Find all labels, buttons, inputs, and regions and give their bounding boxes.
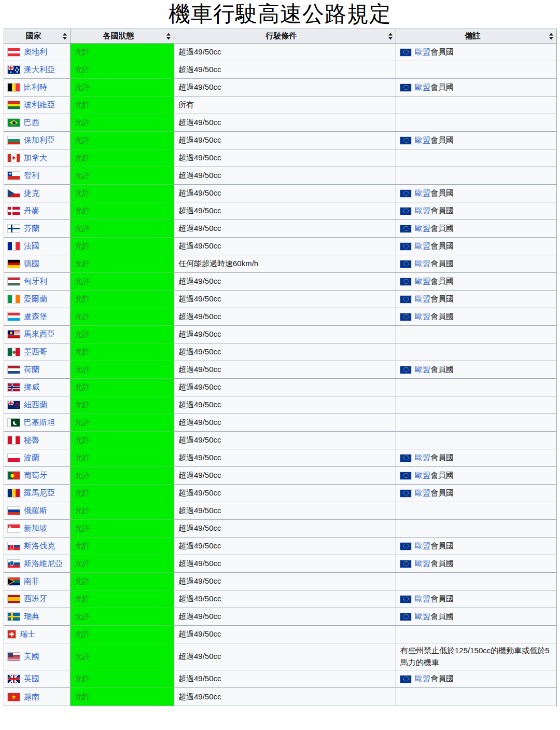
country-link[interactable]: 奧地利 [24, 46, 47, 58]
eu-link[interactable]: 歐盟 [415, 240, 430, 252]
country-link[interactable]: 芬蘭 [24, 223, 39, 235]
eu-link[interactable]: 歐盟 [415, 134, 430, 146]
country-link[interactable]: 新加坡 [24, 522, 47, 534]
column-header-country[interactable]: 國家 [4, 29, 71, 44]
status-label: 允許 [75, 629, 90, 638]
flag-usa-icon [8, 653, 20, 660]
eu-link[interactable]: 歐盟 [415, 46, 430, 58]
eu-link[interactable]: 歐盟 [415, 205, 430, 217]
country-link[interactable]: 盧森堡 [24, 311, 47, 323]
country-cell: 澳大利亞 [4, 61, 71, 79]
country-link[interactable]: 比利時 [24, 81, 47, 93]
country-link[interactable]: 墨西哥 [24, 346, 47, 358]
country-link[interactable]: 匈牙利 [24, 276, 47, 287]
country-link[interactable]: 斯洛伐克 [24, 540, 55, 552]
status-cell: 允許 [71, 688, 174, 706]
country-cell: 捷克 [4, 185, 71, 202]
eu-link[interactable]: 歐盟 [415, 540, 430, 552]
column-header-condition[interactable]: 行駛條件 [174, 29, 396, 44]
country-link[interactable]: 羅馬尼亞 [24, 487, 55, 499]
country-link[interactable]: 俄羅斯 [24, 505, 47, 517]
flag-vietnam-icon [8, 693, 20, 701]
eu-link[interactable]: 歐盟 [415, 364, 430, 376]
sort-icon[interactable] [549, 33, 554, 39]
country-link[interactable]: 美國 [24, 651, 39, 663]
country-link[interactable]: 斯洛維尼亞 [24, 558, 63, 570]
eu-member-suffix: 會員國 [430, 81, 454, 93]
country-link[interactable]: 越南 [24, 691, 39, 703]
condition-cell: 超過49/50cc [174, 114, 396, 132]
country-link[interactable]: 保加利亞 [24, 134, 55, 146]
country-cell: 玻利維亞 [4, 97, 71, 114]
condition-cell: 超過49/50cc [174, 670, 396, 688]
country-link[interactable]: 愛爾蘭 [24, 293, 47, 305]
country-link[interactable]: 英國 [24, 673, 39, 685]
country-link[interactable]: 馬來西亞 [24, 328, 55, 340]
eu-link[interactable]: 歐盟 [415, 470, 430, 481]
column-header-remark[interactable]: 備註 [396, 29, 556, 44]
country-link[interactable]: 智利 [24, 170, 39, 182]
country-link[interactable]: 瑞士 [20, 628, 35, 640]
country-link[interactable]: 西班牙 [24, 593, 47, 605]
eu-link[interactable]: 歐盟 [415, 487, 430, 499]
country-link[interactable]: 法國 [24, 240, 39, 252]
status-cell: 允許 [71, 432, 174, 449]
status-cell: 允許 [71, 255, 174, 273]
sort-icon[interactable] [388, 33, 393, 39]
status-cell: 允許 [71, 467, 174, 485]
country-link[interactable]: 加拿大 [24, 152, 47, 164]
eu-link[interactable]: 歐盟 [415, 223, 430, 235]
eu-link[interactable]: 歐盟 [415, 81, 430, 93]
flag-denmark-icon [8, 207, 20, 215]
condition-label: 超過49/50cc [178, 65, 221, 74]
country-cell: 葡萄牙 [4, 467, 71, 485]
remark-cell: 歐盟會員國 [396, 308, 556, 326]
eu-link[interactable]: 歐盟 [415, 558, 430, 570]
status-label: 允許 [75, 277, 90, 285]
country-link[interactable]: 秘魯 [24, 434, 39, 446]
country-link[interactable]: 澳大利亞 [24, 64, 55, 76]
flag-hungary-icon [8, 278, 20, 285]
sort-icon[interactable] [166, 33, 171, 39]
country-link[interactable]: 南非 [24, 575, 39, 587]
country-link[interactable]: 葡萄牙 [24, 470, 47, 481]
status-cell: 允許 [71, 538, 174, 555]
eu-link[interactable]: 歐盟 [415, 593, 430, 605]
table-body: 奧地利 允許 超過49/50cc 歐盟會員國 澳大利亞 允許 超過49/50cc [4, 44, 556, 706]
status-cell: 允許 [71, 114, 174, 132]
eu-member-suffix: 會員國 [430, 487, 454, 499]
country-link[interactable]: 挪威 [24, 381, 39, 393]
eu-link[interactable]: 歐盟 [415, 673, 430, 685]
eu-link[interactable]: 歐盟 [415, 293, 430, 305]
status-label: 允許 [75, 612, 90, 621]
eu-member-remark: 歐盟會員國 [400, 293, 552, 305]
country-link[interactable]: 巴基斯坦 [24, 417, 55, 429]
status-label: 允許 [75, 153, 90, 162]
country-link[interactable]: 德國 [24, 258, 39, 270]
status-label: 允許 [75, 347, 90, 356]
eu-link[interactable]: 歐盟 [415, 187, 430, 199]
eu-link[interactable]: 歐盟 [415, 276, 430, 287]
eu-member-suffix: 會員國 [430, 223, 454, 235]
status-label: 允許 [75, 524, 90, 532]
status-label: 允許 [75, 259, 90, 268]
country-link[interactable]: 捷克 [24, 187, 39, 199]
country-link[interactable]: 丹麥 [24, 205, 39, 217]
country-link[interactable]: 荷蘭 [24, 364, 39, 376]
eu-link[interactable]: 歐盟 [415, 452, 430, 464]
country-link[interactable]: 巴西 [24, 117, 39, 129]
status-cell: 允許 [71, 343, 174, 361]
eu-link[interactable]: 歐盟 [415, 258, 430, 270]
remark-cell [396, 167, 556, 185]
country-link[interactable]: 波蘭 [24, 452, 39, 464]
country-cell: 斯洛維尼亞 [4, 555, 71, 573]
country-link[interactable]: 紐西蘭 [24, 399, 47, 411]
eu-flag-icon [400, 190, 411, 197]
status-label: 允許 [75, 674, 90, 683]
column-header-status[interactable]: 各國狀態 [71, 29, 174, 44]
country-link[interactable]: 瑞典 [24, 611, 39, 623]
country-link[interactable]: 玻利維亞 [24, 99, 55, 111]
sort-icon[interactable] [63, 33, 67, 39]
eu-link[interactable]: 歐盟 [415, 311, 430, 323]
eu-link[interactable]: 歐盟 [415, 611, 430, 623]
